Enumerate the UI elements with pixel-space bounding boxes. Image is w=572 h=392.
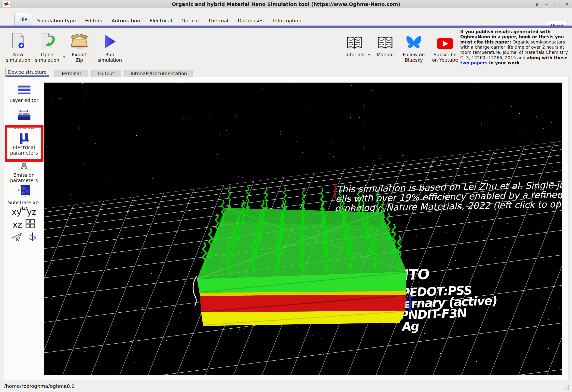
statusbar: /home/rod/oghma/oghma8.0: [0, 380, 572, 392]
citation-end: .: [519, 61, 521, 65]
menu-file-label: File: [19, 16, 27, 22]
contacts-icon: [16, 118, 32, 123]
run-simulation-label-2: simulation: [97, 57, 122, 63]
shade-button[interactable]: ∧: [535, 2, 539, 6]
export-zip-icon: [70, 30, 89, 50]
tutorials-button[interactable]: Tutorials: [342, 30, 367, 57]
view-tools-row: [4, 232, 44, 243]
menu-editors[interactable]: Editors: [85, 18, 102, 24]
bluesky-butterfly-icon: [406, 30, 422, 50]
label-ag: Ag: [401, 319, 420, 334]
manual-book-icon: [377, 30, 393, 50]
manual-button[interactable]: Manual: [372, 30, 399, 57]
emission-parameters-label: Emission parameters: [4, 173, 44, 183]
ribbon-underline: [0, 26, 572, 28]
titlebar: Organic and hybrid Material Nano Simulat…: [0, 0, 572, 8]
grid-view-icon[interactable]: [25, 219, 35, 230]
device-structure-panel: Layer editor Contacts μ Elec: [4, 77, 569, 380]
layer-editor-label: Layer editor: [4, 98, 44, 103]
manual-label: Manual: [377, 52, 394, 57]
menu-electrical[interactable]: Electrical: [150, 18, 172, 24]
layer-editor-icon: [17, 92, 31, 96]
youtube-icon: [436, 30, 454, 50]
tutorials-label: Tutorials: [345, 52, 364, 57]
citation-two-papers-link[interactable]: two papers: [460, 61, 488, 65]
youtube-label-1: Subscribe: [433, 52, 456, 57]
run-simulation-icon: [102, 30, 117, 50]
run-simulation-button[interactable]: Run simulation: [95, 30, 124, 63]
open-dropdown-arrow-icon[interactable]: ▾: [62, 55, 66, 59]
substrate-xz-size-icon: x z: [17, 194, 32, 198]
bluesky-label-2: Bluesky: [405, 57, 423, 63]
3d-scene[interactable]: This simulation is based on Lei Zhu et a…: [44, 82, 562, 375]
citation-notice: If you publish results generated with Og…: [458, 29, 571, 65]
tab-terminal[interactable]: Terminal: [54, 70, 88, 77]
close-button[interactable]: ×: [565, 2, 569, 6]
tutorials-book-icon: [347, 30, 362, 50]
menu-thermal[interactable]: Thermal: [208, 18, 228, 24]
export-zip-label-2: Zip: [76, 57, 83, 63]
view-tabs: Device structure Terminal Output Tutoria…: [0, 68, 572, 77]
view-buttons-xz: xz: [4, 219, 44, 230]
fly-camera-icon[interactable]: [11, 232, 22, 243]
open-simulation-label-1: Open: [41, 52, 54, 57]
tutorials-dropdown-arrow-icon[interactable]: ▾: [367, 53, 372, 57]
open-simulation-label-2: simulation: [35, 57, 59, 63]
menu-simulation-type[interactable]: Simulation type: [37, 18, 76, 24]
youtube-label-2: on Youtube: [432, 57, 458, 63]
new-simulation-label-2: simulation: [6, 57, 30, 63]
blue-axis-tick: [409, 295, 411, 312]
app-window: Organic and hybrid Material Nano Simulat…: [0, 0, 572, 392]
view-xy-button[interactable]: xy: [12, 207, 22, 217]
toolbar-separator: [94, 30, 94, 67]
new-simulation-button[interactable]: New simulation: [4, 30, 33, 63]
citation-bold-2: along with these: [527, 55, 568, 60]
tab-tutorials-documentation[interactable]: Tutorials/Documentation: [124, 70, 192, 77]
export-zip-label-1: Export: [72, 52, 87, 57]
new-simulation-label-1: New: [13, 52, 23, 57]
rotate-view-icon[interactable]: [28, 232, 37, 243]
working-directory-path: /home/rod/oghma/oghma8.0: [4, 383, 75, 389]
bluesky-label-1: Follow on: [403, 52, 425, 57]
sidebar-item-emission-parameters[interactable]: Emission parameters: [4, 160, 44, 183]
tab-output-label: Output: [98, 71, 114, 76]
menubar: File Simulation type Editors Automation …: [0, 8, 572, 26]
view-xz-button[interactable]: xz: [13, 220, 22, 229]
tab-terminal-label: Terminal: [61, 71, 81, 76]
subscribe-youtube-button[interactable]: Subscribe on Youtube: [429, 30, 461, 63]
minimize-button[interactable]: –: [545, 2, 548, 6]
menu-file-tab[interactable]: File: [15, 13, 32, 26]
tab-device-structure-label: Device structure: [8, 69, 47, 75]
maximize-button[interactable]: □: [554, 2, 558, 6]
sidebar: Layer editor Contacts μ Elec: [4, 77, 44, 380]
tab-output[interactable]: Output: [91, 70, 121, 77]
red-axis-tick: [334, 184, 336, 199]
menu-optical[interactable]: Optical: [181, 18, 199, 24]
toolbar-separator: [126, 30, 126, 67]
run-simulation-label-1: Run: [105, 52, 114, 57]
scene-note-text[interactable]: This simulation is based on Lei Zhu et a…: [334, 179, 562, 214]
open-simulation-icon: [39, 30, 55, 50]
follow-bluesky-button[interactable]: Follow on Bluesky: [399, 30, 429, 63]
tab-tutorials-documentation-label: Tutorials/Documentation: [130, 71, 187, 76]
open-simulation-button[interactable]: Open simulation: [33, 30, 62, 63]
menu-automation[interactable]: Automation: [111, 18, 140, 24]
3d-viewport[interactable]: This simulation is based on Lei Zhu et a…: [44, 82, 562, 375]
svg-text:z: z: [25, 195, 26, 197]
label-ito: ITO: [403, 266, 430, 283]
new-simulation-icon: [11, 30, 26, 50]
toolbar: New simulation Open simulation ▾: [0, 28, 572, 68]
sidebar-item-layer-editor[interactable]: Layer editor: [4, 84, 44, 103]
citation-bold-3: in your work: [488, 61, 519, 65]
menu-databases[interactable]: Databases: [238, 18, 264, 24]
view-buttons-xy-yz: xy yz: [4, 207, 44, 217]
annotation-highlight-box: [5, 125, 44, 162]
resize-grip[interactable]: [563, 384, 570, 390]
window-title: Organic and hybrid Material Nano Simulat…: [0, 1, 572, 7]
menu-information[interactable]: Information: [273, 18, 302, 24]
emission-parameters-icon: [16, 166, 32, 171]
export-zip-button[interactable]: Export Zip: [66, 30, 92, 63]
view-yz-button[interactable]: yz: [27, 207, 36, 217]
svg-text:x: x: [18, 189, 20, 191]
tab-device-structure[interactable]: Device structure: [5, 68, 49, 77]
